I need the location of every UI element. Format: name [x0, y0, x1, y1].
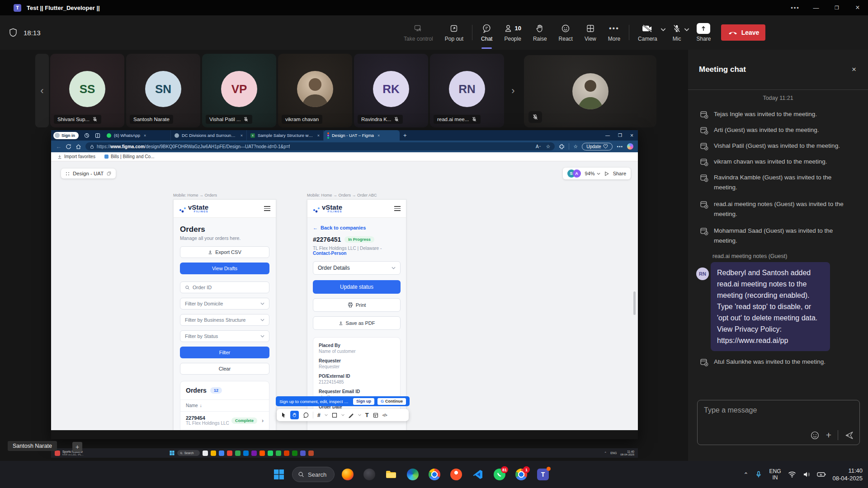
name-column-header[interactable]: Name: [186, 403, 198, 408]
tab-close-icon[interactable]: ×: [241, 133, 243, 138]
wifi-icon[interactable]: [788, 471, 796, 478]
sign-up-button[interactable]: Sign up: [353, 398, 374, 405]
tray-clock[interactable]: 11:4008-04-2025: [833, 467, 863, 482]
filter-domicile-select[interactable]: Filter by Domicile: [180, 298, 269, 310]
tray-language[interactable]: ENGIN: [769, 468, 781, 481]
taskbar-app-icon[interactable]: [227, 450, 232, 456]
taskbar-app-icon[interactable]: [211, 450, 216, 456]
tab-actions-icon[interactable]: [95, 133, 100, 138]
chevron-right-icon[interactable]: ›: [262, 418, 264, 424]
raise-hand-button[interactable]: Raise: [527, 20, 553, 45]
search-pill[interactable]: Search: [177, 450, 200, 456]
tray-expand-icon[interactable]: ⌃: [744, 471, 749, 478]
filter-status-select[interactable]: Filter by Status: [180, 330, 269, 342]
spotlight-participant-tile[interactable]: [524, 55, 656, 127]
figma-frame-order-detail[interactable]: vState FILINGS ←Back to companies #22764…: [307, 199, 406, 430]
google-continue-button[interactable]: GContinue: [377, 398, 406, 405]
read-aloud-icon[interactable]: A⌃: [536, 144, 542, 149]
export-csv-button[interactable]: Export CSV: [180, 246, 269, 258]
order-id-input[interactable]: Order ID: [180, 282, 269, 293]
browser-tab-whatsapp[interactable]: (6) WhatsApp×: [103, 130, 171, 141]
pop-out-button[interactable]: Pop out: [439, 20, 469, 45]
browser-close-button[interactable]: ×: [630, 132, 633, 139]
section-tool-icon[interactable]: [373, 413, 378, 418]
frame-label[interactable]: Mobile: Home → Orders: [173, 193, 217, 197]
home-icon[interactable]: [75, 144, 81, 150]
battery-icon[interactable]: [817, 472, 826, 477]
figma-doc-chip[interactable]: Design - UAT: [61, 169, 116, 178]
chevron-down-icon[interactable]: [341, 414, 344, 416]
browser-tab-figma-active[interactable]: Design - UAT – Figma×: [324, 130, 400, 141]
taskbar-app-icon[interactable]: [284, 450, 289, 456]
tab-close-icon[interactable]: ×: [377, 133, 380, 138]
taskbar-app-icon[interactable]: [276, 450, 281, 456]
taskbar-chrome-icon[interactable]: [426, 466, 443, 483]
tray-expand-icon[interactable]: ⌃: [604, 451, 607, 455]
window-restore-button[interactable]: ❐: [826, 0, 847, 15]
move-tool-icon[interactable]: [281, 412, 286, 418]
new-tab-button[interactable]: +: [403, 132, 407, 139]
tab-close-icon[interactable]: ×: [144, 133, 146, 138]
taskbar-app-icon[interactable]: [219, 450, 224, 456]
browser-restore-button[interactable]: ❐: [618, 133, 622, 138]
window-minimize-button[interactable]: —: [806, 0, 826, 15]
tray-clock[interactable]: 11:40 08-04-2025: [620, 450, 634, 456]
dev-mode-icon[interactable]: </>: [382, 413, 387, 418]
taskbar-app-icon[interactable]: [235, 450, 241, 456]
participant-tile[interactable]: RK Ravindra K...: [354, 54, 428, 127]
mic-button[interactable]: Mic: [667, 20, 687, 45]
hand-tool-active[interactable]: [290, 411, 299, 419]
browser-tab-excel[interactable]: x Sample Salary Structure with calc×: [247, 130, 324, 141]
present-icon[interactable]: [604, 171, 609, 176]
taskbar-app-icon[interactable]: [308, 450, 314, 456]
save-pdf-button[interactable]: Save as PDF: [313, 316, 401, 330]
participant-tile[interactable]: vikram chavan: [278, 54, 352, 127]
chat-button[interactable]: Chat: [475, 20, 498, 45]
presenter-pin-button[interactable]: +: [72, 442, 82, 452]
chevron-down-icon[interactable]: [325, 414, 328, 416]
order-details-select[interactable]: Order Details: [313, 261, 401, 275]
back-icon[interactable]: ←: [56, 143, 61, 150]
refresh-icon[interactable]: [66, 144, 71, 150]
order-row[interactable]: 2279451 TL Flex Holdings LLC Complete ›: [180, 429, 269, 430]
view-button[interactable]: View: [579, 20, 602, 45]
taskbar-app-icon[interactable]: [259, 450, 265, 456]
browser-profile-button[interactable]: Sign in: [53, 132, 79, 139]
zoom-level[interactable]: 94%: [585, 171, 600, 176]
participant-tile[interactable]: RN read.ai mee...: [430, 54, 504, 127]
update-status-button[interactable]: Update status: [313, 280, 401, 294]
take-control-button[interactable]: Take control: [398, 20, 439, 45]
people-button[interactable]: 10 People: [498, 20, 527, 45]
extension-icon[interactable]: [559, 144, 565, 150]
collaborator-avatar[interactable]: A: [573, 169, 581, 178]
taskbar-app-icon[interactable]: [292, 450, 297, 456]
taskbar-chrome-profile-icon[interactable]: 1: [513, 466, 530, 483]
hamburger-menu-icon[interactable]: [394, 206, 401, 211]
participant-tile[interactable]: VP Vishal Patil ...: [202, 54, 276, 127]
start-button[interactable]: [270, 466, 288, 483]
participant-tile[interactable]: SN Santosh Narate: [126, 54, 200, 127]
chat-close-icon[interactable]: ×: [852, 65, 856, 74]
taskbar-app-icon[interactable]: [268, 450, 273, 456]
leave-button[interactable]: Leave: [721, 24, 765, 41]
frame-label[interactable]: Mobile: Home → Orders → Order ABC: [307, 193, 377, 197]
attach-plus-icon[interactable]: +: [826, 431, 831, 440]
filter-business-select[interactable]: Filter by Business Structure: [180, 314, 269, 326]
taskbar-teams-icon[interactable]: T: [534, 466, 552, 483]
taskbar-app-icon[interactable]: [203, 450, 208, 456]
chat-message-input[interactable]: [698, 400, 859, 420]
text-tool-icon[interactable]: T: [365, 412, 369, 418]
hamburger-menu-icon[interactable]: [264, 206, 270, 211]
frame-tool-icon[interactable]: #: [317, 412, 321, 418]
sort-desc-icon[interactable]: ↓: [200, 403, 202, 408]
pen-tool-icon[interactable]: [349, 413, 354, 418]
react-button[interactable]: React: [553, 20, 579, 45]
taskbar-app-icon[interactable]: [251, 450, 257, 456]
view-drafts-button[interactable]: View Drafts: [180, 263, 269, 274]
taskbar-edge-icon[interactable]: [404, 466, 421, 483]
address-bar[interactable]: https://www.figma.com/design/9BKQ0FOHRWa…: [85, 142, 555, 150]
taskbar-app-icon[interactable]: [300, 450, 306, 456]
camera-button[interactable]: Camera: [632, 20, 663, 45]
start-icon[interactable]: [170, 450, 175, 455]
volume-icon[interactable]: [803, 471, 810, 478]
